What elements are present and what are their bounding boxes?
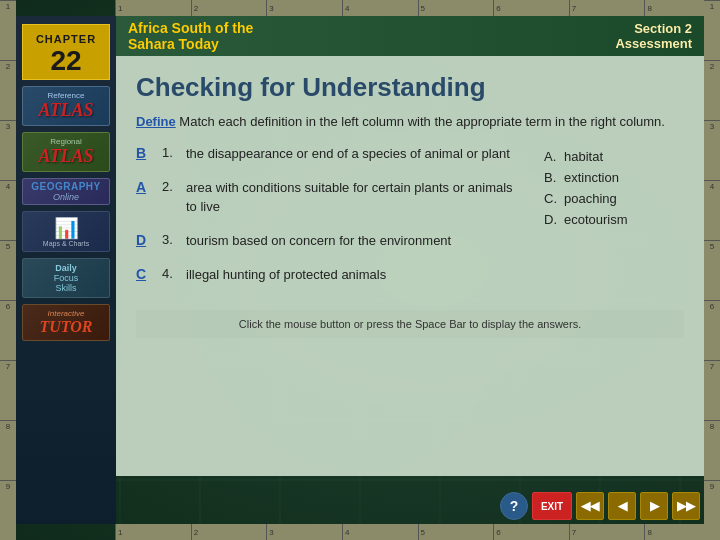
ruler-mark-5: 5 [418,0,494,16]
online-text: Online [27,192,105,202]
geo-text: GEOGRAPHY [27,181,105,192]
header-title-line2: Sahara Today [128,36,253,52]
right-ruler-mark-6: 6 [704,300,720,360]
left-ruler-mark-6: 6 [0,300,16,360]
prev-page-button[interactable]: ◀ [608,492,636,520]
answer-item-d: D. ecotourism [544,212,684,227]
maps-chart-icon: 📊 [29,216,103,240]
define-instruction: Define Match each definition in the left… [136,113,684,131]
q2-number: 2. [162,179,180,194]
right-ruler-mark-2: 2 [704,60,720,120]
ruler-mark-7: 7 [569,0,645,16]
bottom-ruler-mark-3: 3 [266,524,342,540]
question-item-1: B 1. the disappearance or end of a speci… [136,145,524,163]
bottom-instruction: Click the mouse button or press the Spac… [136,310,684,338]
q3-letter: D [136,232,156,248]
page-title: Checking for Understanding [136,72,684,103]
right-ruler: 1 2 3 4 5 6 7 8 9 [704,0,720,540]
q3-text: tourism based on concern for the environ… [186,232,451,250]
sidebar-item-daily-focus[interactable]: Daily Focus Skills [22,258,110,298]
ruler-mark-2: 2 [191,0,267,16]
bottom-ruler-mark-6: 6 [493,524,569,540]
right-ruler-mark-5: 5 [704,240,720,300]
right-ruler-mark-4: 4 [704,180,720,240]
header-title-line1: Africa South of the [128,20,253,36]
define-word: Define [136,114,176,129]
regional-atlas-text: ATLAS [29,146,103,167]
right-ruler-mark-8: 8 [704,420,720,480]
sidebar-item-geography-online[interactable]: GEOGRAPHY Online [22,178,110,205]
right-ruler-mark-7: 7 [704,360,720,420]
answer-text-c: poaching [564,191,617,206]
answer-text-d: ecotourism [564,212,628,227]
answer-item-c: C. poaching [544,191,684,206]
first-page-button[interactable]: ◀◀ [576,492,604,520]
q4-letter: C [136,266,156,282]
bottom-ruler: 1 2 3 4 5 6 7 8 [115,524,720,540]
answer-text-b: extinction [564,170,619,185]
right-ruler-mark-3: 3 [704,120,720,180]
answer-item-a: A. habitat [544,149,684,164]
left-ruler-mark-7: 7 [0,360,16,420]
help-button[interactable]: ? [500,492,528,520]
assessment-label: Assessment [615,36,692,51]
left-ruler-mark-1: 1 [0,0,16,60]
chapter-box: CHAPTER 22 [22,24,110,80]
chapter-label: CHAPTER [36,33,96,45]
chapter-number: 22 [27,47,105,75]
bottom-ruler-mark-4: 4 [342,524,418,540]
q1-letter: B [136,145,156,161]
interactive-label: Interactive [29,309,103,318]
top-ruler: 1 2 3 4 5 6 7 8 [115,0,720,16]
left-ruler-mark-3: 3 [0,120,16,180]
instruction-text: Match each definition in the left column… [179,114,665,129]
exit-button[interactable]: EXIT [532,492,572,520]
next-page-button[interactable]: ▶ [640,492,668,520]
left-ruler-mark-4: 4 [0,180,16,240]
question-item-2: A 2. area with conditions suitable for c… [136,179,524,215]
header-left: Africa South of the Sahara Today [128,20,253,52]
left-ruler-mark-9: 9 [0,480,16,540]
define-section: Define Match each definition in the left… [136,113,684,131]
ruler-mark-1: 1 [115,0,191,16]
last-page-button[interactable]: ▶▶ [672,492,700,520]
left-ruler-mark-8: 8 [0,420,16,480]
section-label: Section 2 [615,21,692,36]
left-ruler-mark-5: 5 [0,240,16,300]
instruction-click-text: Click the mouse button or press the Spac… [239,318,581,330]
ruler-mark-4: 4 [342,0,418,16]
question-item-3: D 3. tourism based on concern for the en… [136,232,524,250]
q1-text: the disappearance or end of a species of… [186,145,510,163]
ruler-marks: 1 2 3 4 5 6 7 8 [115,0,720,16]
sidebar: CHAPTER 22 Reference ATLAS Regional ATLA… [16,16,116,524]
maps-label: Maps & Charts [29,240,103,247]
answer-letter-b: B. [544,170,560,185]
q4-text: illegal hunting of protected animals [186,266,386,284]
bottom-ruler-mark-7: 7 [569,524,645,540]
bottom-ruler-mark-2: 2 [191,524,267,540]
header-bar: Africa South of the Sahara Today Section… [116,16,704,56]
skills-label: Skills [29,283,103,293]
bottom-ruler-mark-8: 8 [644,524,720,540]
reference-label: Reference [29,91,103,100]
answer-letter-a: A. [544,149,560,164]
q4-number: 4. [162,266,180,281]
answer-text-a: habitat [564,149,603,164]
answers-column: A. habitat B. extinction C. poaching D. … [544,145,684,300]
right-ruler-mark-1: 1 [704,0,720,60]
q1-number: 1. [162,145,180,160]
ruler-mark-6: 6 [493,0,569,16]
questions-area: B 1. the disappearance or end of a speci… [136,145,684,300]
sidebar-item-reference-atlas[interactable]: Reference ATLAS [22,86,110,126]
sidebar-item-interactive-tutor[interactable]: Interactive TUTOR [22,304,110,341]
sidebar-item-chapter-maps[interactable]: 📊 Maps & Charts [22,211,110,252]
q2-text: area with conditions suitable for certai… [186,179,524,215]
sidebar-item-regional-atlas[interactable]: Regional ATLAS [22,132,110,172]
q2-letter: A [136,179,156,195]
focus-label: Focus [29,273,103,283]
tutor-text: TUTOR [29,318,103,336]
regional-label: Regional [29,137,103,146]
bottom-ruler-mark-1: 1 [115,524,191,540]
answer-letter-d: D. [544,212,560,227]
answer-item-b: B. extinction [544,170,684,185]
